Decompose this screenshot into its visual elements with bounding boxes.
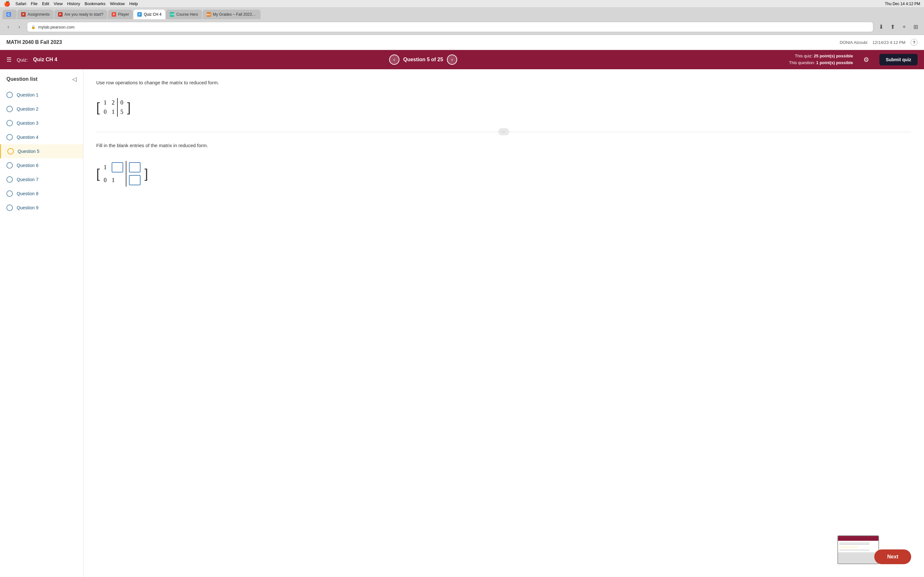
fill-instruction: Fill in the blank entries of the matrix …	[96, 142, 911, 149]
matrix-cell-r1c2: 2	[109, 98, 118, 107]
collapse-sidebar-icon[interactable]: ◁	[72, 76, 77, 83]
hamburger-icon[interactable]: ☰	[6, 56, 11, 63]
question-8-circle	[6, 190, 13, 197]
tab-player[interactable]: P Player	[108, 10, 133, 19]
question-5-label: Question 5	[18, 149, 39, 154]
lock-icon: 🔒	[31, 25, 36, 29]
tab-assignments[interactable]: P Assignments	[17, 10, 53, 19]
url-text: mylab.pearson.com	[38, 25, 74, 29]
question-8-label: Question 8	[17, 191, 39, 196]
quiz-label: Quiz:	[17, 57, 28, 63]
mac-time: Thu Dec 14 4:12 PM	[885, 2, 920, 6]
thumb-line-2	[839, 544, 869, 545]
back-button[interactable]: ‹	[4, 23, 13, 31]
bracket-right-1: ]	[127, 101, 131, 114]
bracket-left-1: [	[96, 101, 100, 114]
reduced-r1c1: 1	[101, 161, 109, 174]
reduced-r2c3-input[interactable]	[129, 175, 141, 185]
bookmarks-menu[interactable]: Bookmarks	[85, 1, 105, 6]
file-menu[interactable]: File	[31, 1, 37, 6]
question-item-2[interactable]: Question 2	[0, 102, 83, 116]
browser-tabs: G P Assignments P Are you ready to start…	[0, 8, 924, 19]
matrix-cell-r2c3: 5	[118, 107, 126, 117]
next-question-button[interactable]: ›	[447, 55, 457, 65]
browser-right-icons: ⬇ ⬆ + ⊞	[877, 23, 920, 31]
reduced-r2c1: 0	[101, 174, 109, 187]
mac-menubar: 🍎 Safari File Edit View History Bookmark…	[0, 0, 924, 8]
share-button[interactable]: ⬆	[888, 23, 897, 31]
question-item-4[interactable]: Question 4	[0, 130, 83, 144]
bracket-right-2: ]	[144, 167, 148, 180]
download-button[interactable]: ⬇	[877, 23, 885, 31]
forward-button[interactable]: ›	[15, 23, 24, 31]
section-divider: ···	[96, 128, 911, 135]
thumbnail-preview	[837, 535, 879, 564]
matrix-cell-r1c3: 0	[118, 98, 126, 107]
question-item-5[interactable]: Question 5	[0, 144, 83, 158]
question-item-9[interactable]: Question 9	[0, 201, 83, 215]
question-1-circle	[6, 92, 13, 98]
reduced-r1c2-input[interactable]	[111, 162, 123, 172]
tab-ready-label: Are you ready to start?	[65, 12, 103, 17]
reduced-r2c3-cell[interactable]	[126, 174, 143, 187]
tab-grades[interactable]: MG My Grades – Fall 2023 Finite...	[203, 10, 260, 19]
thumb-line-3	[839, 546, 858, 548]
tab-quiz[interactable]: P Quiz CH 4	[134, 10, 165, 19]
quiz-name: Quiz CH 4	[33, 57, 57, 63]
question-list-sidebar: Question list ◁ Question 1 Question 2 Qu…	[0, 69, 83, 577]
site-header: MATH 2040 B Fall 2023 DONIA Alzoubi 12/1…	[0, 35, 924, 50]
site-title: MATH 2040 B Fall 2023	[6, 39, 62, 45]
quiz-points: 25 point(s) possible	[814, 53, 853, 58]
question-points: 1 point(s) possible	[816, 60, 853, 65]
tab-assignments-label: Assignments	[27, 12, 50, 17]
browser-nav: ‹ ›	[4, 23, 24, 31]
prev-question-button[interactable]: ‹	[389, 55, 399, 65]
history-menu[interactable]: History	[67, 1, 80, 6]
help-button[interactable]: ?	[911, 39, 918, 46]
view-menu[interactable]: View	[53, 1, 63, 6]
help-menu[interactable]: Help	[129, 1, 138, 6]
settings-icon[interactable]: ⚙	[863, 56, 869, 63]
safari-menu[interactable]: Safari	[15, 1, 26, 6]
reduced-r1c2-cell[interactable]	[109, 161, 126, 174]
question-item-7[interactable]: Question 7	[0, 172, 83, 187]
question-item-6[interactable]: Question 6	[0, 158, 83, 172]
divider-dots: ···	[498, 128, 509, 135]
window-menu[interactable]: Window	[110, 1, 125, 6]
matrix-cell-r2c1: 0	[101, 107, 109, 117]
question-item-1[interactable]: Question 1	[0, 88, 83, 102]
question-instruction: Use row operations to change the matrix …	[96, 79, 911, 87]
reduced-r1c3-input[interactable]	[129, 162, 141, 172]
question-5-circle	[7, 148, 14, 155]
question-3-label: Question 3	[17, 121, 39, 126]
next-button[interactable]: Next	[874, 550, 911, 564]
tab-g[interactable]: G	[3, 10, 17, 19]
question-1-label: Question 1	[17, 92, 39, 97]
question-area: Use row operations to change the matrix …	[83, 69, 924, 577]
question-4-label: Question 4	[17, 135, 39, 140]
edit-menu[interactable]: Edit	[42, 1, 49, 6]
sidebar-button[interactable]: ⊞	[911, 23, 920, 31]
tab-ready[interactable]: P Are you ready to start?	[54, 10, 107, 19]
mac-menus: Safari File Edit View History Bookmarks …	[15, 1, 138, 6]
reduced-r2c2: 1	[109, 174, 126, 187]
reduced-matrix: [ 1 0 1 ]	[96, 161, 148, 187]
new-tab-button[interactable]: +	[900, 23, 909, 31]
question-9-circle	[6, 205, 13, 211]
sidebar-title: Question list	[6, 76, 37, 82]
submit-quiz-button[interactable]: Submit quiz	[879, 54, 918, 65]
reduced-r1c3-cell[interactable]	[126, 161, 143, 174]
tab-coursehero[interactable]: CH Course Hero	[166, 10, 202, 19]
main-content: Question list ◁ Question 1 Question 2 Qu…	[0, 69, 924, 577]
question-item-8[interactable]: Question 8	[0, 187, 83, 201]
thumb-body	[838, 541, 879, 552]
address-bar[interactable]: 🔒 mylab.pearson.com	[27, 22, 873, 32]
site-header-right: DONIA Alzoubi 12/14/23 4:12 PM ?	[840, 39, 918, 46]
thumb-line-1	[839, 543, 869, 543]
original-matrix: [ 1 2 0 0 1 5 ]	[96, 98, 131, 117]
username: DONIA Alzoubi	[840, 40, 867, 45]
question-6-label: Question 6	[17, 163, 39, 168]
apple-logo: 🍎	[4, 1, 10, 7]
question-item-3[interactable]: Question 3	[0, 116, 83, 130]
question-2-label: Question 2	[17, 106, 39, 111]
